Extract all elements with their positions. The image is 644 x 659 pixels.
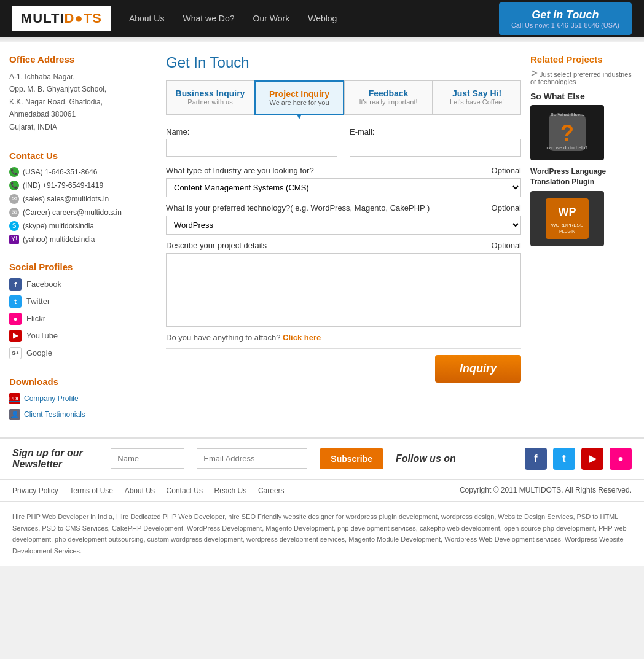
inquiry-form: Name: E-mail: What type of Industry are … (166, 127, 521, 383)
footer-facebook-button[interactable]: f (525, 448, 547, 470)
logo[interactable]: MULTID●TS (12, 6, 111, 31)
office-address: A-1, Ichhaba Nagar, Opp. M. B. Ghyanjyot… (9, 71, 157, 133)
industry-field-group: What type of Industry are you looking fo… (166, 166, 521, 197)
copyright-text: Copyright © 2011 MULTIDOTS. All Rights R… (460, 486, 632, 494)
nav-about[interactable]: About Us (129, 14, 165, 23)
attach-text: Do you have anything to attach? (166, 333, 280, 342)
seo-footer: Hire PHP Web Developer in India, Hire De… (0, 501, 644, 566)
details-textarea[interactable] (166, 253, 521, 327)
contact-skype[interactable]: S (skype) multidotsindia (9, 221, 157, 231)
tab-project-inquiry[interactable]: Project Inquiry We are here for you (254, 80, 344, 115)
industry-label: What type of Industry are you looking fo… (166, 166, 314, 175)
social-facebook[interactable]: f Facebook (9, 278, 157, 291)
footer-flickr-button[interactable]: ● (610, 448, 632, 470)
name-input[interactable] (166, 139, 337, 157)
related-projects-sub: Just select preferred industries or tech… (530, 69, 635, 85)
social-google[interactable]: G+ Google (9, 347, 157, 359)
tab-coffee-title: Just Say Hi! (438, 88, 516, 98)
subscribe-button[interactable]: Subscribe (320, 448, 383, 469)
contact-us-title: Contact Us (9, 150, 157, 161)
email-icon: ✉ (9, 194, 19, 204)
tech-label-row: What is your preferred technology?( e.g.… (166, 203, 521, 213)
attach-link[interactable]: Click here (283, 333, 321, 342)
footer-link-about[interactable]: About Us (125, 486, 155, 495)
footer-link-contact[interactable]: Contact Us (167, 486, 203, 495)
subheader-divider (0, 37, 644, 42)
attach-row: Do you have anything to attach? Click he… (166, 333, 521, 342)
tech-select[interactable]: WordPress Magento CakePHP Joomla (166, 216, 521, 235)
industry-select-group: Content Management Systems (CMS) E-Comme… (166, 178, 521, 197)
inquiry-button[interactable]: Inquiry (435, 355, 521, 383)
tech-optional: Optional (492, 203, 521, 213)
email-field-group: E-mail: (350, 127, 521, 157)
question-mark-icon: ? can we do to help? So What Else... (543, 111, 592, 154)
nav-weblog[interactable]: Weblog (308, 14, 337, 23)
svg-text:WP: WP (559, 206, 576, 218)
footer-link-privacy[interactable]: Privacy Policy (12, 486, 58, 495)
name-label: Name: (166, 127, 337, 136)
contact-phone-ind-label: (IND) +91-79-6549-1419 (23, 181, 103, 190)
inquiry-tabs: Business Inquiry Partner with us Project… (166, 80, 521, 115)
so-what-else-image[interactable]: ? can we do to help? So What Else... (530, 105, 604, 160)
social-flickr[interactable]: ● Flickr (9, 313, 157, 325)
sidebar-divider-3 (9, 367, 157, 367)
industry-select[interactable]: Content Management Systems (CMS) E-Comme… (166, 178, 521, 197)
person-icon: 👤 (9, 409, 20, 420)
wp-language-plugin-image[interactable]: WP WORDPRESS PLUGIN (530, 191, 604, 246)
nav-work[interactable]: Our Work (253, 14, 290, 23)
tab-business-title: Business Inquiry (171, 88, 249, 98)
details-label-row: Describe your project details Optional (166, 241, 521, 250)
email-input[interactable] (350, 139, 521, 157)
social-facebook-label: Facebook (26, 279, 61, 289)
footer-newsletter: Sign up for our Newsletter Subscribe Fol… (0, 437, 644, 479)
newsletter-email-input[interactable] (197, 448, 307, 469)
tab-feedback-sub: It's really important! (350, 98, 427, 106)
wp-language-plugin-title: WordPress Language Translation Plugin (530, 166, 635, 187)
contact-yahoo[interactable]: Y! (yahoo) multidotsindia (9, 235, 157, 244)
newsletter-name-input[interactable] (111, 448, 184, 469)
seo-text: Hire PHP Web Developer in India, Hire De… (12, 511, 632, 557)
footer-twitter-button[interactable]: t (553, 448, 575, 470)
sidebar-divider-2 (9, 252, 157, 252)
tech-select-group: WordPress Magento CakePHP Joomla (166, 216, 521, 235)
social-profiles-title: Social Profiles (9, 262, 157, 272)
details-optional: Optional (492, 241, 521, 250)
social-youtube[interactable]: ▶ YouTube (9, 330, 157, 342)
right-sidebar: Related Projects Just select preferred i… (530, 54, 635, 425)
download-company-profile[interactable]: PDF Company Profile (9, 393, 157, 404)
industry-label-row: What type of Industry are you looking fo… (166, 166, 521, 175)
tab-feedback[interactable]: Feedback It's really important! (344, 80, 433, 115)
contact-email-career[interactable]: ✉ (Career) careers@multidots.in (9, 208, 157, 217)
nav-what[interactable]: What we Do? (183, 14, 234, 23)
tab-business-inquiry[interactable]: Business Inquiry Partner with us (166, 80, 254, 115)
footer-link-reach[interactable]: Reach Us (214, 486, 247, 495)
contact-phone-usa-label: (USA) 1-646-351-8646 (23, 168, 97, 176)
page-title: Get In Touch (166, 54, 521, 71)
contact-phone-ind[interactable]: 📞 (IND) +91-79-6549-1419 (9, 181, 157, 190)
get-in-touch-button[interactable]: Get in Touch Call Us now: 1-646-351-8646… (499, 2, 632, 35)
tab-just-say-hi[interactable]: Just Say Hi! Let's have Coffee! (433, 80, 521, 115)
download-client-testimonials-label: Client Testimonials (24, 410, 85, 419)
details-textarea-group (166, 253, 521, 327)
footer-link-terms[interactable]: Terms of Use (69, 486, 113, 495)
social-twitter[interactable]: t Twitter (9, 295, 157, 308)
footer-youtube-button[interactable]: ▶ (581, 448, 603, 470)
skype-icon: S (9, 221, 19, 231)
follow-us: Follow us on f t ▶ ● (396, 448, 632, 470)
tab-coffee-sub: Let's have Coffee! (438, 98, 516, 106)
download-client-testimonials[interactable]: 👤 Client Testimonials (9, 409, 157, 420)
download-company-profile-label: Company Profile (24, 394, 79, 403)
main-content: Get In Touch Business Inquiry Partner wi… (166, 54, 521, 425)
name-field-group: Name: (166, 127, 337, 157)
tab-project-sub: We are here for you (261, 99, 338, 106)
contact-skype-label: (skype) multidotsindia (23, 222, 94, 230)
so-what-else-title: So What Else (530, 92, 635, 101)
contact-phone-usa[interactable]: 📞 (USA) 1-646-351-8646 (9, 167, 157, 177)
contact-email-sales[interactable]: ✉ (sales) sales@multidots.in (9, 194, 157, 204)
email-icon-2: ✉ (9, 208, 19, 217)
contact-email-sales-label: (sales) sales@multidots.in (23, 195, 109, 203)
sidebar-divider-1 (9, 141, 157, 141)
youtube-icon: ▶ (9, 330, 22, 342)
newsletter-title: Sign up for our Newsletter (12, 448, 98, 470)
footer-link-careers[interactable]: Careers (258, 486, 285, 495)
